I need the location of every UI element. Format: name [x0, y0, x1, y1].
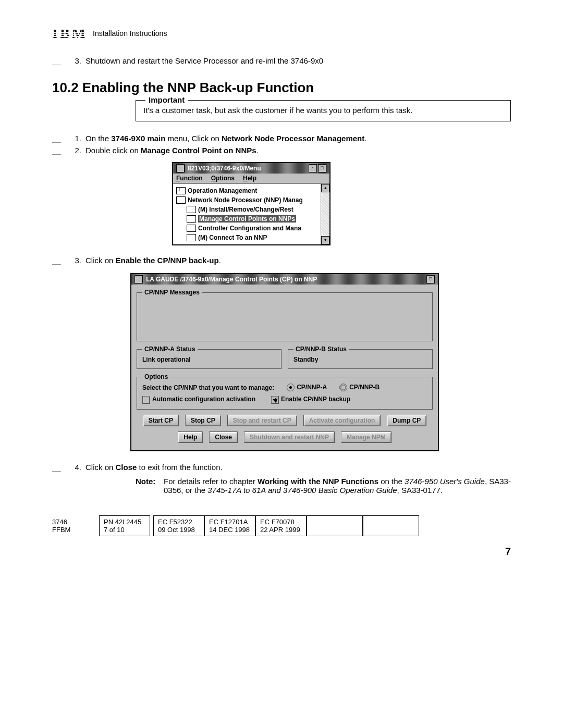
maximize-icon[interactable]: □	[426, 275, 435, 283]
titlebar[interactable]: 821V03;0/3746-9x0/Menu · □	[173, 163, 329, 174]
tree-item-selected[interactable]: Manage Control Points on NNPs	[174, 214, 328, 224]
checkoff-blank: __	[52, 256, 63, 265]
group-label: CP/NNP Messages	[142, 289, 202, 296]
folder-icon	[187, 215, 196, 223]
maximize-icon[interactable]: □	[318, 164, 326, 172]
footer-cell: EC F70078 22 APR 1999	[255, 515, 307, 536]
minimize-icon[interactable]: ·	[309, 164, 317, 172]
tree-item[interactable]: Operation Management	[174, 186, 328, 195]
group-label: CP/NNP-B Status	[293, 346, 349, 353]
doc-title: Installation Instructions	[93, 29, 167, 38]
step-3: __ 3. Click on Enable the CP/NNP back-up…	[52, 256, 511, 265]
close-button[interactable]: Close	[209, 431, 238, 443]
step-2: __ 2. Double click on Manage Control Poi…	[52, 146, 511, 155]
step-text: Click on Close to exit from the function…	[85, 463, 511, 472]
folder-icon	[187, 234, 196, 241]
step-number: 4.	[67, 463, 81, 472]
menu-help[interactable]: Help	[243, 175, 256, 182]
ibm-logo: IBM	[52, 26, 88, 41]
button-row-1: Start CP Stop CP Stop and restart CP Act…	[137, 415, 433, 426]
group-label: CP/NNP-A Status	[142, 346, 198, 353]
footer-lead: 3746 FFBM	[52, 515, 99, 536]
footer-cell: PN 42L2445 7 of 10	[99, 515, 150, 536]
radio-cpnnp-b[interactable]: CP/NNP-B	[339, 384, 380, 391]
window-title: LA GAUDE /3746-9x0/Manage Control Points…	[146, 276, 317, 283]
checkoff-blank: __	[52, 463, 63, 472]
activate-config-button[interactable]: Activate configuration	[303, 415, 381, 426]
step-number: 3.	[67, 56, 81, 65]
note-text: For details refer to chapter Working wit…	[164, 477, 511, 495]
step-1: __ 1. On the 3746-9X0 main menu, Click o…	[52, 134, 511, 143]
tree-item[interactable]: Controller Configuration and Mana	[174, 224, 328, 233]
note-label: Note:	[136, 477, 160, 495]
footer-cell: EC F12701A 14 DEC 1998	[204, 515, 255, 536]
status-b-group: CP/NNP-B Status Standby	[288, 346, 433, 369]
status-b-value: Standby	[293, 356, 427, 363]
important-text: It's a customer task, but ask the custom…	[143, 106, 412, 115]
stop-restart-cp-button[interactable]: Stop and restart CP	[227, 415, 297, 426]
menu-window: 821V03;0/3746-9x0/Menu · □ Function Opti…	[172, 162, 331, 245]
menu-function[interactable]: Function	[176, 175, 203, 182]
checkbox-on-icon: ✓	[271, 396, 279, 404]
tree-view: Operation Management Network Node Proces…	[173, 183, 329, 244]
step-number: 2.	[67, 146, 81, 155]
folder-up-icon	[176, 187, 186, 194]
tree-item[interactable]: Network Node Processor (NNP) Manag	[174, 195, 328, 205]
section-heading: 10.2 Enabling the NNP Back-up Function	[52, 80, 511, 96]
step-text: Shutdown and restart the Service Process…	[85, 56, 511, 65]
folder-icon	[176, 196, 186, 204]
option-prompt: Select the CP/NNP that you want to manag…	[142, 384, 274, 391]
step-number: 1.	[67, 134, 81, 143]
page-header: IBM Installation Instructions	[52, 26, 511, 41]
vertical-scrollbar[interactable]: ▴ ▾	[321, 184, 329, 244]
footer-empty	[363, 515, 419, 536]
menu-options[interactable]: Options	[211, 175, 235, 182]
system-menu-icon[interactable]	[176, 164, 185, 172]
folder-icon	[187, 206, 196, 213]
important-box: Important It's a customer task, but ask …	[136, 100, 511, 121]
dump-cp-button[interactable]: Dump CP	[387, 415, 426, 426]
scroll-up-icon[interactable]: ▴	[321, 184, 329, 192]
radio-on-icon	[287, 384, 295, 391]
checkoff-blank: __	[52, 56, 63, 65]
footer-cell: EC F52322 09 Oct 1998	[153, 515, 204, 536]
checkbox-off-icon	[142, 396, 150, 404]
help-button[interactable]: Help	[178, 431, 203, 443]
manage-npm-button[interactable]: Manage NPM	[341, 431, 391, 443]
menubar: Function Options Help	[173, 174, 329, 183]
button-row-2: Help Close Shutdown and restart NNP Mana…	[137, 431, 433, 443]
step-4: __ 4. Click on Close to exit from the fu…	[52, 463, 511, 472]
system-menu-icon[interactable]	[134, 275, 143, 283]
options-group: Options Select the CP/NNP that you want …	[137, 373, 433, 410]
scroll-down-icon[interactable]: ▾	[321, 236, 329, 244]
step-number: 3.	[67, 256, 81, 265]
note: Note: For details refer to chapter Worki…	[136, 477, 511, 495]
check-enable-backup[interactable]: ✓Enable CP/NNP backup	[271, 396, 350, 403]
tree-item[interactable]: (M) Install/Remove/Change/Rest	[174, 205, 328, 214]
shutdown-restart-nnp-button[interactable]: Shutdown and restart NNP	[244, 431, 335, 443]
check-auto-config[interactable]: Automatic configuration activation	[142, 396, 255, 403]
prior-step-3: __ 3. Shutdown and restart the Service P…	[52, 56, 511, 65]
footer-table: 3746 FFBM PN 42L2445 7 of 10 EC F52322 0…	[52, 515, 511, 536]
window-title: 821V03;0/3746-9x0/Menu	[188, 165, 261, 172]
stop-cp-button[interactable]: Stop CP	[185, 415, 221, 426]
radio-off-icon	[339, 384, 347, 391]
step-text: Click on Enable the CP/NNP back-up.	[85, 256, 511, 265]
start-cp-button[interactable]: Start CP	[143, 415, 179, 426]
radio-cpnnp-a[interactable]: CP/NNP-A	[287, 384, 327, 391]
checkoff-blank: __	[52, 134, 63, 143]
group-label: Options	[142, 373, 170, 380]
messages-group: CP/NNP Messages	[137, 289, 433, 341]
folder-icon	[187, 225, 196, 232]
tree-item[interactable]: (M) Connect To an NNP	[174, 233, 328, 242]
status-a-value: Link operational	[142, 356, 276, 363]
manage-cp-dialog: LA GAUDE /3746-9x0/Manage Control Points…	[130, 273, 439, 451]
footer-empty	[307, 515, 363, 536]
titlebar[interactable]: LA GAUDE /3746-9x0/Manage Control Points…	[131, 274, 438, 285]
messages-area	[142, 299, 427, 336]
status-a-group: CP/NNP-A Status Link operational	[137, 346, 282, 369]
checkoff-blank: __	[52, 146, 63, 155]
step-text: Double click on Manage Control Point on …	[85, 146, 511, 155]
step-text: On the 3746-9X0 main menu, Click on Netw…	[85, 134, 511, 143]
page-number: 7	[52, 546, 511, 558]
